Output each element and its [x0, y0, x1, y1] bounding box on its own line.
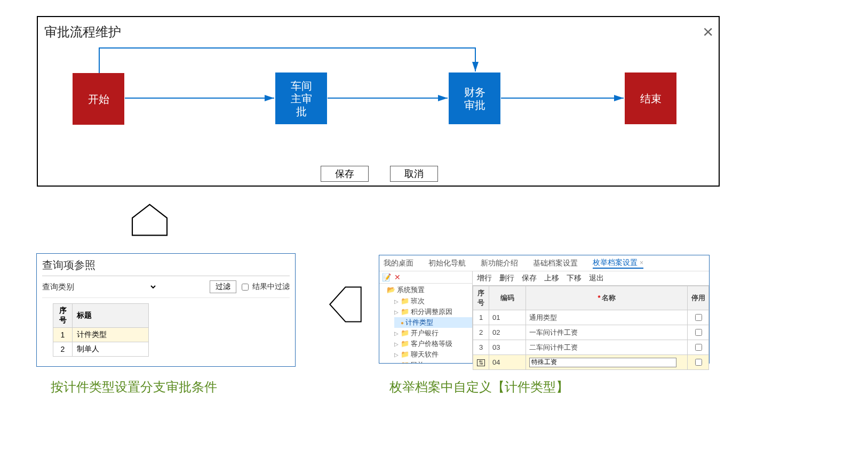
- disabled-checkbox[interactable]: [695, 359, 702, 366]
- name-input[interactable]: [529, 358, 676, 367]
- toolbar-action[interactable]: 删行: [499, 273, 514, 283]
- tree-toggle-icon: ▷: [394, 309, 400, 315]
- flow-node-finance[interactable]: 财务 审批: [449, 73, 500, 124]
- node-label: 开始: [88, 93, 109, 106]
- folder-open-icon: 📂: [387, 286, 395, 294]
- enum-tree: 📝 ✕ 📂系统预置 ▷📁班次▷📁积分调整原因●计件类型▷📁开户银行▷📁客户价格等…: [379, 271, 473, 363]
- tree-toggle-icon: ▷: [394, 331, 400, 336]
- col-seq: 序号: [473, 286, 489, 310]
- tree-item[interactable]: ▷📁班次: [394, 296, 472, 307]
- disabled-checkbox[interactable]: [695, 314, 702, 321]
- tab-close-icon[interactable]: ×: [640, 259, 643, 267]
- folder-icon: 📁: [401, 361, 409, 363]
- flow-node-end[interactable]: 结束: [625, 73, 676, 124]
- query-category-select[interactable]: [77, 281, 157, 292]
- tree-item[interactable]: ▷📁聊天软件: [394, 349, 472, 360]
- bullet-icon: ●: [401, 320, 404, 326]
- connector-arrow-left-icon: [328, 285, 363, 324]
- disabled-checkbox[interactable]: [695, 344, 702, 351]
- enum-panel: 我的桌面初始化导航新功能介绍基础档案设置枚举档案设置× 📝 ✕ 📂系统预置 ▷📁…: [379, 255, 710, 364]
- col-code: 编码: [489, 286, 526, 310]
- enum-toolbar: 增行删行保存上移下移退出: [473, 271, 709, 286]
- tree-toggle-icon: ▷: [394, 299, 400, 304]
- col-seq: 序号: [53, 304, 73, 328]
- enum-tabs: 我的桌面初始化导航新功能介绍基础档案设置枚举档案设置×: [379, 255, 709, 271]
- required-star-icon: *: [598, 294, 601, 302]
- svg-marker-3: [132, 205, 167, 236]
- tree-item[interactable]: ▷📁客户价格等级: [394, 339, 472, 349]
- folder-icon: 📁: [401, 350, 409, 358]
- folder-icon: 📁: [401, 297, 409, 305]
- tree-toggle-icon: ▷: [394, 352, 400, 358]
- workflow-panel: 审批流程维护 × 开始 车间 主审 批 财务 审批 结束 保存 取消: [37, 16, 720, 187]
- tree-item[interactable]: ▷📁积分调整原因: [394, 307, 472, 317]
- enum-row[interactable]: 3 03 二车间计件工资: [473, 340, 709, 355]
- query-panel: 查询项参照 查询类别 过滤 结果中过滤 序号 标题 1计件类型2制单人: [36, 253, 296, 367]
- tree-item[interactable]: ▷📁民族: [394, 360, 472, 363]
- query-filter-row: 查询类别 过滤 结果中过滤: [42, 280, 290, 298]
- row-handle-icon[interactable]: ⇅: [477, 359, 485, 366]
- edit-icon[interactable]: 📝: [382, 273, 391, 281]
- enum-row[interactable]: 2 02 一车间计件工资: [473, 325, 709, 340]
- caption-left: 按计件类型设置分支审批条件: [51, 379, 217, 396]
- col-disabled: 停用: [688, 286, 709, 310]
- tree-item[interactable]: ●计件类型: [394, 317, 472, 328]
- tree-toggle-icon: ▷: [394, 341, 400, 347]
- toolbar-action[interactable]: 上移: [544, 273, 559, 283]
- node-label: 结束: [640, 92, 662, 105]
- toolbar-action[interactable]: 退出: [589, 273, 604, 283]
- col-title: 标题: [73, 304, 149, 328]
- tree-item[interactable]: ▷📁开户银行: [394, 328, 472, 339]
- tab[interactable]: 初始化导航: [428, 259, 466, 268]
- caption-right: 枚举档案中自定义【计件类型】: [389, 379, 569, 396]
- filter-button[interactable]: 过滤: [210, 280, 236, 293]
- node-label: 财务 审批: [464, 86, 485, 111]
- delete-icon[interactable]: ✕: [394, 273, 401, 281]
- toolbar-action[interactable]: 增行: [477, 273, 492, 283]
- tab[interactable]: 枚举档案设置×: [593, 258, 643, 269]
- enum-row[interactable]: 1 01 通用类型: [473, 310, 709, 325]
- col-name: *名称: [526, 286, 688, 310]
- tab[interactable]: 新功能介绍: [481, 259, 518, 268]
- query-table: 序号 标题 1计件类型2制单人: [53, 303, 149, 357]
- filter-in-result-checkbox-label[interactable]: 结果中过滤: [240, 282, 290, 292]
- query-row[interactable]: 2制单人: [53, 342, 149, 357]
- folder-icon: 📁: [401, 340, 409, 348]
- tree-toggle-icon: ▷: [394, 363, 400, 363]
- toolbar-action[interactable]: 下移: [567, 273, 582, 283]
- filter-in-result-checkbox[interactable]: [242, 284, 249, 291]
- tab[interactable]: 基础档案设置: [533, 259, 578, 268]
- svg-marker-4: [330, 287, 361, 322]
- folder-icon: 📁: [401, 308, 409, 316]
- tree-root[interactable]: 📂系统预置 ▷📁班次▷📁积分调整原因●计件类型▷📁开户银行▷📁客户价格等级▷📁聊…: [387, 285, 472, 363]
- save-button[interactable]: 保存: [321, 166, 369, 182]
- tab[interactable]: 我的桌面: [384, 259, 413, 268]
- query-title: 查询项参照: [42, 258, 290, 276]
- disabled-checkbox[interactable]: [695, 329, 702, 336]
- node-label: 车间 主审 批: [291, 79, 312, 118]
- flow-node-start[interactable]: 开始: [73, 73, 124, 125]
- query-category-label: 查询类别: [42, 282, 74, 292]
- workflow-title: 审批流程维护: [44, 23, 121, 41]
- enum-row[interactable]: ⇅ 04: [473, 355, 709, 370]
- folder-icon: 📁: [401, 329, 409, 337]
- flow-node-workshop[interactable]: 车间 主审 批: [275, 73, 327, 124]
- tree-toolbar: 📝 ✕: [379, 271, 472, 284]
- connector-arrow-up-icon: [130, 203, 170, 237]
- cancel-button[interactable]: 取消: [390, 166, 438, 182]
- toolbar-action[interactable]: 保存: [522, 273, 537, 283]
- tree: 📂系统预置 ▷📁班次▷📁积分调整原因●计件类型▷📁开户银行▷📁客户价格等级▷📁聊…: [379, 285, 472, 363]
- enum-grid: 序号 编码 *名称 停用 1 01 通用类型 2 02 一车间计件工资 3 03…: [473, 286, 709, 370]
- close-icon[interactable]: ×: [703, 21, 713, 42]
- query-row[interactable]: 1计件类型: [53, 328, 149, 342]
